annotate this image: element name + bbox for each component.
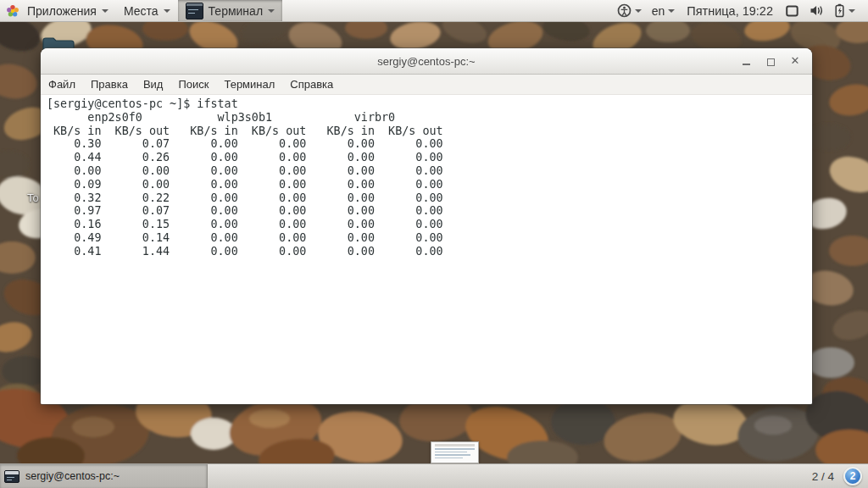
- desktop: { "top_panel": { "menus": [ { "label": "…: [0, 0, 868, 488]
- keyboard-layout-menu[interactable]: en: [647, 0, 681, 21]
- menu-item-edit[interactable]: Правка: [83, 78, 136, 91]
- display-icon: [785, 4, 799, 18]
- taskbar: sergiy@centos-pc:~ 2 / 4 2: [0, 463, 868, 488]
- menu-item-search[interactable]: Поиск: [170, 78, 216, 91]
- minimize-button[interactable]: [740, 55, 752, 67]
- desktop-icon-label[interactable]: To: [27, 191, 39, 204]
- terminal-menubar: Файл Правка Вид Поиск Терминал Справка: [41, 75, 812, 95]
- clock-applet[interactable]: Пятница, 19:22: [680, 4, 780, 18]
- chevron-down-icon: [668, 9, 675, 13]
- chevron-down-icon: [635, 9, 642, 13]
- menu-item-view[interactable]: Вид: [136, 78, 171, 91]
- menu-applications[interactable]: Приложения: [19, 0, 116, 21]
- chevron-down-icon: [268, 9, 275, 13]
- terminal-screen[interactable]: [sergiy@centos-pc ~]$ ifstat enp2s0f0 wl…: [41, 95, 812, 404]
- menu-places[interactable]: Места: [116, 0, 178, 21]
- battery-charging-icon: [834, 3, 845, 18]
- taskbar-window-button[interactable]: sergiy@centos-pc:~: [0, 464, 208, 488]
- menu-item-terminal[interactable]: Терминал: [216, 78, 282, 91]
- taskbar-window-label: sergiy@centos-pc:~: [25, 470, 120, 482]
- menu-item-file[interactable]: Файл: [41, 78, 83, 91]
- window-controls: ✕: [740, 48, 801, 74]
- terminal-icon: [4, 470, 19, 483]
- accessibility-menu[interactable]: [612, 0, 647, 21]
- applications-menu-icon: [6, 4, 19, 18]
- thumb-line: [435, 452, 467, 453]
- thumb-line: [435, 454, 470, 456]
- thumb-line: [435, 448, 475, 450]
- window-titlebar[interactable]: sergiy@centos-pc:~ ✕: [41, 48, 812, 75]
- menu-applications-label: Приложения: [27, 4, 97, 18]
- window-title: sergiy@centos-pc:~: [377, 55, 475, 68]
- top-panel: Приложения Места Терминал: [0, 0, 868, 22]
- thumb-titlebar: [435, 444, 475, 446]
- battery-status[interactable]: [829, 0, 860, 21]
- universal-access-icon: [617, 3, 632, 18]
- chevron-down-icon: [102, 9, 108, 13]
- terminal-icon: [186, 3, 203, 19]
- volume-control[interactable]: [804, 0, 829, 21]
- panel-menus: Приложения Места Терминал: [0, 0, 282, 21]
- chevron-down-icon: [164, 9, 170, 13]
- close-button[interactable]: ✕: [789, 55, 801, 67]
- notification-badge[interactable]: 2: [843, 467, 862, 485]
- workspace-indicator[interactable]: 2 / 4: [812, 464, 834, 488]
- keyboard-layout-label: en: [652, 4, 665, 18]
- menu-terminal-active[interactable]: Терминал: [178, 0, 282, 21]
- window-preview-thumbnail[interactable]: [431, 441, 479, 463]
- menu-places-label: Места: [124, 4, 159, 18]
- terminal-output: [sergiy@centos-pc ~]$ ifstat enp2s0f0 wl…: [47, 97, 812, 258]
- chevron-down-icon: [849, 9, 855, 13]
- maximize-button[interactable]: [765, 55, 776, 67]
- speaker-icon: [810, 4, 824, 17]
- thumb-line: [435, 458, 463, 459]
- terminal-window: sergiy@centos-pc:~ ✕ Файл Правка Вид Пои…: [41, 48, 812, 404]
- menu-terminal-label: Терминал: [209, 4, 263, 18]
- panel-tray: en Пятница, 19:22: [612, 0, 868, 21]
- display-settings[interactable]: [780, 0, 804, 21]
- menu-item-help[interactable]: Справка: [282, 78, 341, 91]
